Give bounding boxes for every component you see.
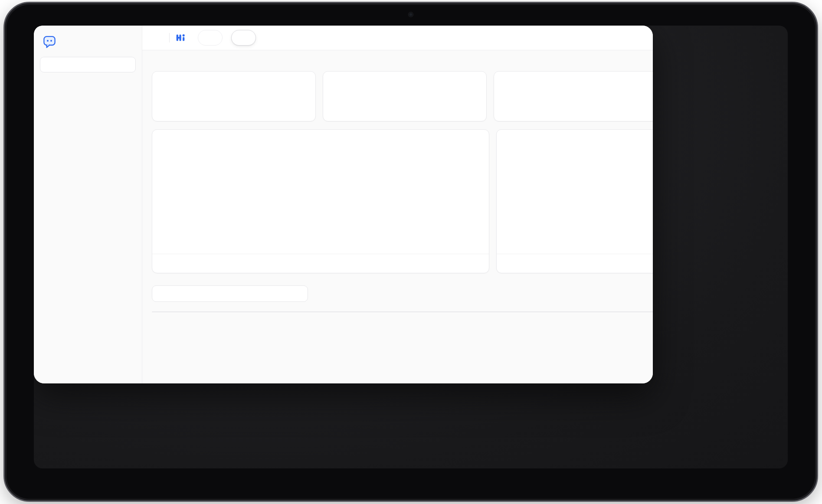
- table-search-input[interactable]: [152, 285, 308, 302]
- chart-empleados-por-gerencia: [152, 129, 489, 273]
- chat-icon: [239, 35, 245, 41]
- app-logo: [40, 33, 136, 50]
- sidebar-search-input[interactable]: [40, 57, 136, 72]
- sidebar: [34, 26, 142, 383]
- humanosreales-logo-icon: [176, 33, 185, 43]
- briefcase-icon: [641, 79, 648, 87]
- chart-footer: [152, 254, 489, 273]
- user-icon: [470, 79, 478, 87]
- hrchatbot-logo-icon: [42, 33, 57, 49]
- insights-button[interactable]: [198, 30, 223, 46]
- brand[interactable]: [176, 33, 189, 43]
- chatbot-button[interactable]: [231, 30, 256, 46]
- bar-chart: [152, 140, 489, 157]
- panel-left-icon: [153, 34, 161, 42]
- topbar: [142, 26, 653, 50]
- app-window: [34, 26, 653, 383]
- users-icon: [299, 79, 307, 87]
- tablet-frame: [3, 2, 818, 502]
- table-search: [152, 285, 308, 302]
- chart-empleados-por-area: [496, 129, 653, 273]
- stats-row: [152, 71, 653, 121]
- main-content: [142, 50, 653, 383]
- stat-card-edad-promedio: [323, 71, 487, 121]
- search-icon: [44, 62, 51, 68]
- tablet-screen: [34, 26, 788, 468]
- chart-category-labels: [507, 146, 571, 157]
- info-icon: [163, 260, 169, 266]
- tablet-camera: [409, 13, 413, 16]
- topbar-divider: [169, 33, 170, 43]
- employees-table: [152, 311, 653, 312]
- stat-card-total-empleados: [152, 71, 316, 121]
- sidebar-search: [40, 57, 136, 72]
- chart-category-labels: [163, 146, 227, 157]
- charts-row: [152, 129, 653, 273]
- info-icon: [507, 260, 514, 266]
- sidebar-toggle-button[interactable]: [151, 32, 163, 44]
- search-icon: [157, 291, 163, 297]
- bar-chart: [497, 140, 653, 157]
- filters-row: [152, 285, 308, 302]
- main-column: [142, 26, 653, 383]
- lightbulb-icon: [205, 35, 212, 41]
- stat-card-antiguedad-promedio: [494, 71, 653, 121]
- chart-footer: [497, 254, 653, 273]
